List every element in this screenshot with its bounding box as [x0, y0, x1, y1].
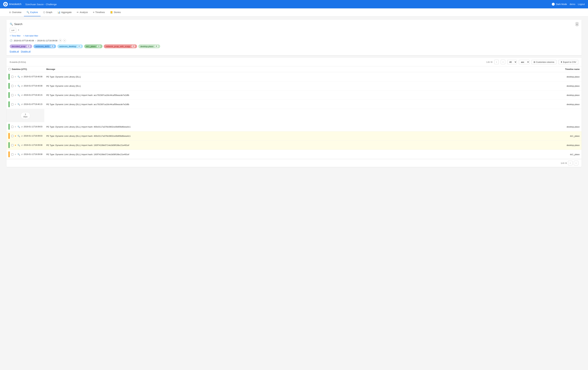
row-star[interactable]: ★	[14, 135, 17, 137]
stories-icon: 📒	[110, 11, 113, 14]
row-star[interactable]: ★	[14, 153, 17, 156]
row-search-icon[interactable]: 🔍	[17, 144, 20, 146]
row-search-icon[interactable]: 🔍	[17, 94, 20, 96]
nav-aggregate-label: Aggregate	[61, 11, 72, 14]
time-filter-button[interactable]: + Time filter	[10, 35, 21, 37]
graph-icon: ⬡	[43, 11, 45, 14]
row-checkbox[interactable]	[11, 153, 13, 155]
row-tag-icon[interactable]: 🏷	[21, 144, 23, 146]
message-cell: PE Type: Dynamic Link Library (DLL) Impo…	[44, 122, 557, 131]
row-star[interactable]: ★	[14, 103, 17, 106]
enable-disable-row: Enable all Disable all	[10, 50, 578, 53]
row-tag-icon[interactable]: 🏷	[21, 76, 23, 78]
day-gap-cell: 3 days	[6, 109, 44, 122]
row-actions: ★ 🔍 🏷	[11, 103, 23, 106]
footer-pagination-info: 1-8 / 8	[561, 162, 567, 164]
datetime-cell-inner: ★ 🔍 🏷 2019-01-11T16:09:03	[8, 124, 42, 130]
row-checkbox[interactable]	[11, 135, 13, 137]
nav-explore[interactable]: 🔍 Explore	[24, 8, 40, 16]
next-page-button[interactable]: ›	[501, 60, 505, 64]
export-csv-label: Export to CSV	[563, 61, 576, 63]
datetime-color-badge	[8, 151, 10, 157]
row-star[interactable]: ★	[14, 75, 17, 78]
row-search-icon[interactable]: 🔍	[17, 126, 20, 128]
nav-graph[interactable]: ⬡ Graph	[41, 8, 55, 16]
nav-explore-label: Explore	[30, 11, 38, 14]
timeline-chip-desktop-plaso[interactable]: desktop.plaso 6	[138, 44, 160, 48]
timeline-chip-dc1-plaso[interactable]: dc1_plaso 2	[84, 44, 103, 48]
nav-aggregate[interactable]: 📊 Aggregate	[55, 8, 74, 16]
row-checkbox[interactable]	[11, 144, 13, 146]
search-type-chevron: ▾	[13, 29, 14, 31]
user-link[interactable]: demo	[570, 3, 575, 6]
analyze-icon: ✏	[77, 11, 79, 14]
row-actions: ★ 🔍 🏷	[11, 135, 23, 137]
search-query-input[interactable]	[17, 28, 578, 33]
customize-columns-label: Customize columns	[536, 61, 554, 63]
datetime-cell-inner: ★ 🔍 🏷 2019-01-07T19:40:15	[8, 101, 42, 107]
dark-mode-toggle[interactable]: Dark Mode	[552, 3, 567, 6]
results-panel: 8 events (0.011s) 1-8 / 8 ‹ › 40 20 100 …	[6, 58, 582, 167]
time-remove-button[interactable]: ×	[63, 39, 66, 42]
disable-all-link[interactable]: Disable all	[21, 50, 31, 53]
nav-analyze[interactable]: ✏ Analyze	[74, 8, 90, 16]
row-search-icon[interactable]: 🔍	[17, 76, 20, 78]
search-collapse-button[interactable]: ∧	[576, 22, 578, 26]
row-star[interactable]: ★	[14, 94, 17, 96]
customize-columns-icon: ⊞	[534, 61, 535, 63]
row-star[interactable]: ★	[14, 125, 17, 128]
datetime-cell-inner: ★ 🔍 🏷 2019-01-11T16:09:03	[8, 133, 42, 139]
footer-next-page-button[interactable]: ›	[574, 161, 578, 165]
search-type-button[interactable]: a ▾	[10, 28, 16, 33]
timeline-chip-autoruns-desktop[interactable]: autoruns_desktop 0	[57, 44, 83, 48]
row-actions: ★ 🔍 🏷	[11, 85, 23, 87]
sort-select[interactable]: asc desc	[519, 60, 529, 64]
time-edit-button[interactable]: ✎	[59, 39, 62, 42]
row-star[interactable]: ★	[14, 144, 17, 146]
row-star[interactable]: ★	[14, 85, 17, 87]
row-checkbox[interactable]	[11, 103, 13, 105]
row-checkbox[interactable]	[11, 76, 13, 78]
datetime-text: 2019-01-11T16:09:03	[24, 126, 42, 128]
day-gap-badge: 3 days	[21, 112, 30, 119]
nav-overview[interactable]: ⊙ Overview	[6, 8, 24, 16]
logout-link[interactable]: Logout	[578, 3, 585, 6]
chip-autoruns-dc01-label: autoruns_dc01	[35, 45, 49, 48]
timeline-chip-autoruns-dc01[interactable]: autoruns_dc01 0	[33, 44, 56, 48]
prev-page-button[interactable]: ‹	[494, 60, 499, 64]
row-tag-icon[interactable]: 🏷	[21, 103, 23, 106]
row-search-icon[interactable]: 🔍	[17, 135, 20, 137]
row-checkbox[interactable]	[11, 94, 13, 96]
row-search-icon[interactable]: 🔍	[17, 85, 20, 87]
row-tag-icon[interactable]: 🏷	[21, 135, 23, 137]
chip-autoruns-desktop-label: autoruns_desktop	[59, 45, 76, 48]
row-checkbox[interactable]	[11, 126, 13, 128]
search-panel: 🔍 Search ∧ a ▾ + Time filter + Add label…	[6, 20, 582, 55]
timeline-chip-network-pcap[interactable]: network_pcap_with_scapy 0	[104, 44, 137, 48]
time-icon: 🕐	[10, 39, 12, 42]
footer-prev-page-button[interactable]: ‹	[568, 161, 572, 165]
row-tag-icon[interactable]: 🏷	[21, 153, 23, 156]
nav-timelines[interactable]: ≡ Timelines	[90, 8, 107, 16]
row-checkbox[interactable]	[11, 85, 13, 87]
nav-stories[interactable]: 📒 Stories	[107, 8, 124, 16]
customize-columns-button[interactable]: ⊞ Customize columns	[531, 60, 556, 64]
row-search-icon[interactable]: 🔍	[17, 103, 20, 106]
row-tag-icon[interactable]: 🏷	[21, 85, 23, 87]
message-cell: PE Type: Dynamic Link Library (DLL) Impo…	[44, 90, 557, 100]
export-csv-button[interactable]: ⬆ Export to CSV	[558, 60, 578, 64]
row-tag-icon[interactable]: 🏷	[21, 94, 23, 96]
nav-timelines-label: Timelines	[95, 11, 105, 14]
row-tag-icon[interactable]: 🏷	[21, 126, 23, 128]
timeline-name-cell: desktop.plaso	[557, 81, 582, 90]
row-search-icon[interactable]: 🔍	[17, 153, 20, 156]
timeline-chip-decoded-pcap[interactable]: decoded_pcap 0	[10, 44, 32, 48]
table-row: ★ 🔍 🏷 2019-01-07T19:40:08 PE Type: Dynam…	[6, 72, 582, 81]
enable-all-link[interactable]: Enable all	[10, 50, 19, 53]
app-logo[interactable]: timesketch	[3, 2, 21, 6]
per-page-select[interactable]: 40 20 100	[507, 60, 517, 64]
datetime-color-badge	[8, 101, 10, 107]
select-all-checkbox[interactable]	[8, 68, 10, 70]
label-filter-button[interactable]: + Add label filter	[23, 35, 38, 37]
chip-dc1-plaso-label: dc1_plaso	[86, 45, 96, 48]
